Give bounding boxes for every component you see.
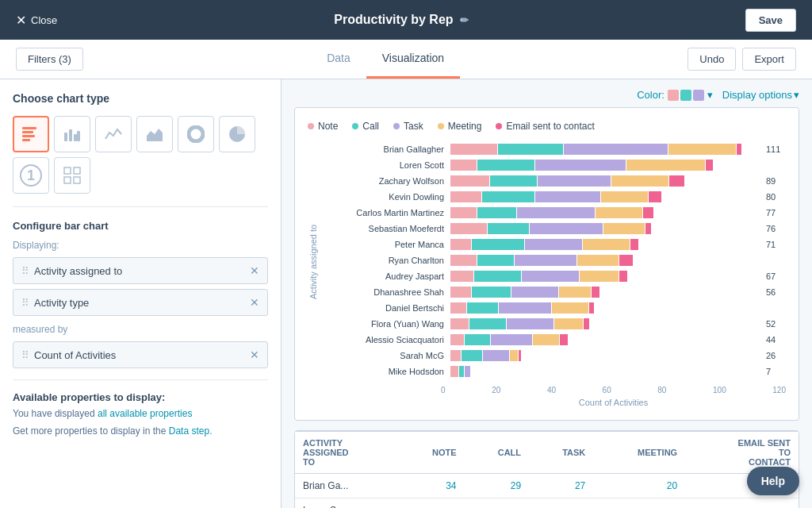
help-button[interactable]: Help — [747, 467, 799, 495]
drag-icon3: ⠿ — [21, 349, 29, 361]
displaying-label: Displaying: — [13, 240, 268, 251]
line-icon — [105, 126, 122, 142]
bar-value: 71 — [766, 240, 786, 249]
bar-segment-note — [450, 350, 461, 361]
export-button[interactable]: Export — [742, 48, 796, 71]
remove-tag1-button[interactable]: ✕ — [250, 264, 259, 277]
bar-segment-task — [525, 239, 582, 250]
bar-track — [450, 191, 762, 202]
bar-label: Kevin Dowling — [324, 192, 450, 202]
bar-segment-task — [535, 191, 600, 202]
chart-type-grid[interactable] — [54, 157, 90, 194]
tab-data[interactable]: Data — [311, 39, 366, 79]
undo-button[interactable]: Undo — [688, 48, 736, 71]
bar-segment-task — [483, 350, 509, 361]
bar-segment-note — [450, 366, 458, 377]
table-body: Brian Ga... 34 29 27 20 Loren Sc... — [295, 474, 799, 509]
chart-type-donut[interactable] — [178, 116, 214, 152]
bar-label: Ryan Charlton — [324, 256, 450, 265]
row-note: 34 — [398, 474, 465, 498]
data-step-link[interactable]: Data step. — [169, 425, 213, 437]
bar-value: 56 — [766, 287, 786, 297]
row-task: 27 — [529, 474, 593, 498]
bar-segment-meeting — [577, 255, 619, 266]
bar-segment-note — [450, 302, 466, 314]
bar-segment-call — [459, 366, 465, 377]
bar-row: Zachary Wolfson89 — [324, 175, 786, 187]
display-options-button[interactable]: Display options ▾ — [722, 89, 799, 101]
edit-icon[interactable]: ✏ — [460, 14, 469, 26]
bar-segment-meeting — [533, 334, 559, 345]
svg-rect-0 — [22, 127, 36, 129]
legend-dot-task — [393, 123, 400, 129]
sidebar: Choose chart type — [0, 79, 282, 508]
grid-icon — [63, 167, 81, 184]
color-swatch — [668, 90, 704, 101]
bar-segment-call — [490, 175, 537, 187]
bar-segment-call — [498, 144, 563, 155]
legend-label-call: Call — [362, 121, 379, 132]
svg-rect-12 — [64, 167, 71, 174]
tabs: Data Visualization — [311, 40, 460, 79]
bar-chart: Activity assigned to Brian Gallagher111L… — [308, 143, 786, 381]
chart-type-number[interactable]: 1 — [13, 157, 49, 194]
svg-rect-15 — [74, 177, 80, 183]
bar-segment-call — [462, 350, 482, 361]
available-text: You have displayed all available propert… — [13, 408, 268, 419]
chart-type-area[interactable] — [136, 116, 173, 152]
chart-type-line[interactable] — [95, 116, 132, 152]
row-task — [529, 498, 593, 509]
all-available-link[interactable]: all available properties — [98, 408, 192, 419]
bar-segment-note — [450, 160, 477, 171]
col-call: CALL — [465, 432, 530, 474]
row-call: 29 — [465, 474, 530, 498]
bar-segment-note — [450, 175, 489, 187]
svg-rect-14 — [64, 177, 71, 183]
bar-segment-call — [477, 255, 514, 266]
bar-segment-email — [592, 287, 599, 298]
bar-track — [450, 207, 762, 218]
measured-label: measured by — [13, 324, 268, 335]
x-axis-ticks: 0 20 40 60 80 100 120 — [441, 386, 786, 394]
bar-segment-meeting — [611, 175, 668, 187]
remove-tag3-button[interactable]: ✕ — [250, 348, 259, 361]
bar-track — [450, 175, 762, 187]
bar-row: Sarah McG26 — [324, 349, 786, 362]
bar-segment-meeting — [668, 144, 736, 155]
bar-label: Mike Hodsdon — [324, 367, 450, 376]
legend-note: Note — [308, 121, 338, 132]
bar-track — [450, 350, 762, 361]
tag3-label: Count of Activities — [34, 349, 116, 361]
bar-segment-note — [450, 239, 471, 250]
bar-label: Peter Manca — [324, 240, 450, 249]
remove-tag2-button[interactable]: ✕ — [250, 296, 259, 309]
bar-segment-call — [482, 191, 534, 202]
bar-label: Zachary Wolfson — [324, 176, 450, 186]
bar-track — [450, 366, 762, 377]
bar-row: Kevin Dowling80 — [324, 190, 786, 203]
save-button[interactable]: Save — [745, 9, 796, 32]
svg-rect-4 — [64, 133, 67, 141]
bar-segment-call — [472, 239, 524, 250]
main-layout: Choose chart type — [0, 79, 812, 508]
chart-type-pie[interactable] — [219, 116, 255, 152]
svg-rect-5 — [69, 129, 72, 141]
bar-segment-email — [519, 350, 521, 361]
bar-segment-task — [530, 223, 603, 234]
close-button[interactable]: ✕ Close — [16, 13, 57, 28]
bar-segment-meeting — [559, 287, 590, 298]
bar-label: Carlos Martin Martinez — [324, 208, 450, 217]
filters-button[interactable]: Filters (3) — [16, 48, 83, 71]
chart-type-bar-vertical[interactable] — [54, 116, 90, 152]
svg-rect-13 — [74, 167, 80, 174]
table-row: Loren Sc... — [295, 498, 799, 509]
svg-rect-6 — [74, 134, 77, 141]
bar-segment-email — [706, 160, 714, 171]
color-selector[interactable]: Color: ▾ — [637, 89, 713, 101]
chart-type-bar-horizontal[interactable] — [13, 116, 49, 152]
report-title-area: Productivity by Rep ✏ — [334, 13, 468, 27]
bar-row: Daniel Bertschi — [324, 302, 786, 314]
legend-meeting: Meeting — [438, 121, 482, 132]
bar-label: Daniel Bertschi — [324, 303, 450, 313]
tab-visualization[interactable]: Visualization — [366, 39, 460, 79]
